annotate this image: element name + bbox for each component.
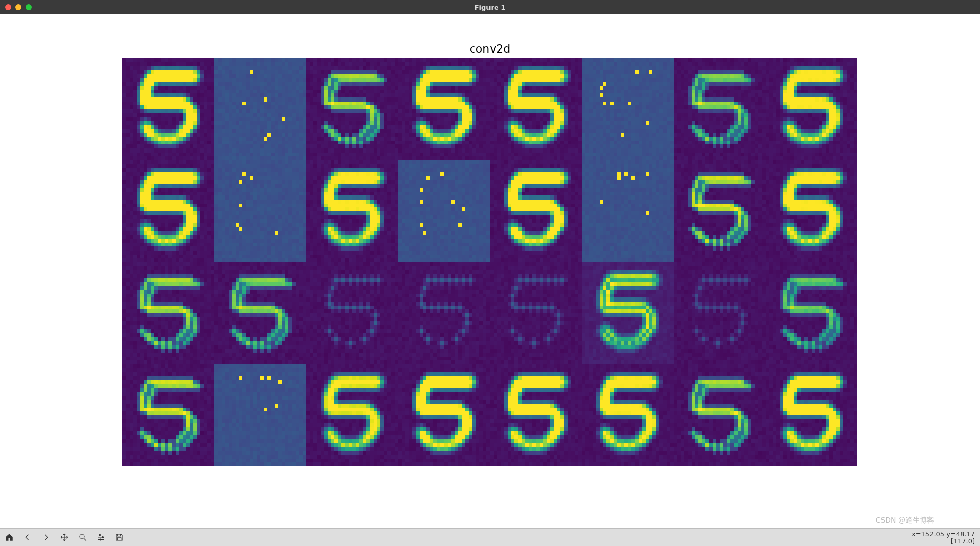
feature-map-cell: [214, 262, 306, 364]
feature-map-cell: [674, 58, 766, 160]
feature-map-cell: [582, 58, 674, 160]
feature-map-cell: [398, 160, 490, 262]
close-icon[interactable]: [5, 4, 11, 10]
cursor-value: [117.0]: [912, 538, 975, 545]
save-icon: [115, 533, 124, 542]
feature-map-cell: [122, 160, 214, 262]
feature-map-canvas: [490, 364, 582, 466]
feature-map-canvas: [122, 160, 214, 262]
feature-map-cell: [766, 58, 857, 160]
feature-map-cell: [398, 364, 490, 466]
feature-map-cell: [122, 364, 214, 466]
pan-button[interactable]: [56, 529, 73, 545]
svg-point-1: [99, 534, 101, 536]
feature-map-cell: [306, 58, 398, 160]
svg-point-3: [100, 539, 101, 540]
forward-button[interactable]: [37, 529, 55, 545]
feature-map-cell: [582, 160, 674, 262]
feature-map-cell: [674, 262, 766, 364]
feature-map-cell: [674, 160, 766, 262]
feature-map-cell: [214, 58, 306, 160]
feature-map-cell: [306, 262, 398, 364]
back-button[interactable]: [19, 529, 36, 545]
feature-map-canvas: [122, 262, 214, 364]
feature-map-canvas: [306, 160, 398, 262]
window-title: Figure 1: [0, 4, 980, 11]
feature-map-canvas: [214, 58, 306, 160]
home-icon: [5, 533, 14, 542]
feature-map-canvas: [582, 262, 674, 364]
feature-map-canvas: [214, 160, 306, 262]
traffic-lights: [0, 4, 32, 10]
feature-map-cell: [766, 364, 857, 466]
feature-map-canvas: [674, 160, 766, 262]
arrow-right-icon: [41, 533, 51, 542]
feature-map-canvas: [398, 58, 490, 160]
minimize-icon[interactable]: [15, 4, 21, 10]
feature-map-cell: [766, 262, 857, 364]
feature-map-canvas: [582, 58, 674, 160]
feature-map-cell: [490, 262, 582, 364]
feature-map-cell: [582, 262, 674, 364]
navigation-toolbar: x=152.05 y=48.17 [117.0]: [0, 528, 980, 546]
configure-button[interactable]: [92, 529, 110, 545]
svg-point-2: [102, 537, 104, 538]
feature-map-canvas: [490, 160, 582, 262]
watermark: CSDN @逢生博客: [876, 516, 934, 525]
feature-map-cell: [214, 160, 306, 262]
sliders-icon: [96, 533, 106, 542]
save-button[interactable]: [111, 529, 128, 545]
feature-map-cell: [398, 262, 490, 364]
svg-point-0: [80, 534, 84, 539]
feature-map-cell: [122, 58, 214, 160]
feature-map-canvas: [122, 58, 214, 160]
feature-map-cell: [582, 364, 674, 466]
feature-map-canvas: [214, 364, 306, 466]
feature-map-canvas: [766, 262, 857, 364]
feature-map-cell: [490, 58, 582, 160]
feature-map-cell: [674, 364, 766, 466]
maximize-icon[interactable]: [26, 4, 32, 10]
cursor-coords: x=152.05 y=48.17: [912, 531, 975, 538]
feature-map-cell: [306, 364, 398, 466]
figure-window: Figure 1 conv2d CSDN @逢生博客 x=: [0, 0, 980, 546]
feature-map-grid: [122, 58, 857, 466]
feature-map-canvas: [214, 262, 306, 364]
feature-map-canvas: [674, 58, 766, 160]
feature-map-canvas: [306, 58, 398, 160]
figure: conv2d: [122, 42, 857, 466]
titlebar[interactable]: Figure 1: [0, 0, 980, 14]
feature-map-cell: [214, 364, 306, 466]
home-button[interactable]: [1, 529, 18, 545]
figure-canvas[interactable]: conv2d CSDN @逢生博客: [0, 14, 980, 528]
arrow-left-icon: [23, 533, 32, 542]
feature-map-canvas: [398, 262, 490, 364]
feature-map-canvas: [674, 262, 766, 364]
figure-title: conv2d: [122, 42, 857, 55]
cursor-status: x=152.05 y=48.17 [117.0]: [912, 531, 975, 545]
move-icon: [60, 533, 69, 542]
feature-map-canvas: [490, 58, 582, 160]
feature-map-canvas: [582, 160, 674, 262]
feature-map-canvas: [398, 160, 490, 262]
search-icon: [78, 533, 87, 542]
feature-map-cell: [122, 262, 214, 364]
feature-map-cell: [490, 160, 582, 262]
feature-map-cell: [766, 160, 857, 262]
feature-map-canvas: [490, 262, 582, 364]
zoom-button[interactable]: [74, 529, 91, 545]
feature-map-canvas: [306, 364, 398, 466]
feature-map-canvas: [306, 262, 398, 364]
feature-map-canvas: [766, 58, 857, 160]
feature-map-cell: [306, 160, 398, 262]
feature-map-canvas: [398, 364, 490, 466]
feature-map-canvas: [674, 364, 766, 466]
feature-map-canvas: [122, 364, 214, 466]
feature-map-cell: [490, 364, 582, 466]
feature-map-canvas: [766, 364, 857, 466]
feature-map-canvas: [766, 160, 857, 262]
feature-map-cell: [398, 58, 490, 160]
feature-map-canvas: [582, 364, 674, 466]
